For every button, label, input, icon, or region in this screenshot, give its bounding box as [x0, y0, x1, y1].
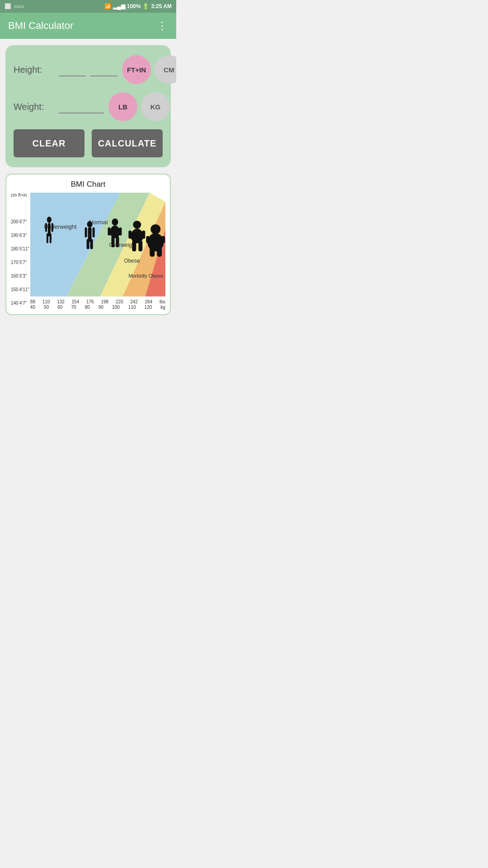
y-200: 2006'7": [11, 219, 29, 224]
x-264: 264: [145, 299, 153, 304]
bmi-chart-svg: Underweight Normal Overweight Obese Morb…: [30, 193, 165, 297]
wifi-icon: 📶: [104, 3, 111, 9]
weight-unit-kg-button[interactable]: KG: [141, 92, 170, 121]
weight-unit-buttons: LB KG: [108, 92, 170, 121]
height-input-ft[interactable]: [59, 63, 86, 76]
x-80: 80: [85, 305, 90, 310]
status-right: 📶 ▂▄▆ 100% 🔋 3:25 AM: [104, 3, 172, 9]
weight-inputs: [59, 100, 104, 113]
svg-rect-10: [85, 227, 87, 237]
x-90: 90: [99, 305, 103, 310]
svg-rect-4: [45, 223, 47, 232]
x-110: 110: [128, 305, 136, 310]
chart-title: BMI Chart: [11, 180, 165, 189]
svg-rect-20: [132, 241, 136, 251]
chart-body: cm ft+in 2006'7" 1906'3" 1805'11" 1705'7…: [11, 193, 165, 310]
x-100: 100: [112, 305, 120, 310]
x-70: 70: [71, 305, 76, 310]
ftin-label: ft+in: [18, 193, 27, 198]
morbidly-obese-label: Morbidly Obese: [128, 273, 163, 278]
svg-point-12: [112, 218, 118, 226]
x-50: 50: [44, 305, 49, 310]
x-88: 88: [30, 299, 35, 304]
svg-rect-29: [161, 236, 165, 243]
svg-rect-28: [146, 236, 150, 243]
time-display: 3:25 AM: [151, 3, 172, 9]
status-bar: ⬜ ▭▭ 📶 ▂▄▆ 100% 🔋 3:25 AM: [0, 0, 176, 13]
svg-rect-5: [52, 223, 53, 232]
svg-rect-9: [90, 239, 93, 249]
height-label: Height:: [14, 65, 54, 75]
battery-icon: 🔋: [142, 3, 149, 9]
height-inputs: [59, 63, 117, 76]
obese-label: Obese: [124, 258, 140, 264]
calculate-button[interactable]: CALCULATE: [92, 129, 163, 157]
y-150: 1504'11": [11, 287, 29, 292]
clear-button[interactable]: CLEAR: [14, 129, 84, 157]
x-lbs-unit: lbs: [160, 299, 165, 304]
svg-rect-23: [142, 231, 145, 239]
svg-rect-27: [157, 247, 162, 257]
svg-point-0: [47, 217, 52, 223]
svg-point-18: [133, 221, 141, 229]
svg-rect-16: [108, 227, 110, 236]
weight-unit-lb-button[interactable]: LB: [108, 92, 137, 121]
action-buttons: CLEAR CALCULATE: [14, 129, 163, 157]
svg-point-6: [87, 221, 92, 227]
weight-label: Weight:: [14, 102, 54, 112]
svg-rect-26: [150, 247, 155, 257]
x-176: 176: [86, 299, 94, 304]
y-axis: cm ft+in 2006'7" 1906'3" 1805'11" 1705'7…: [11, 193, 30, 310]
x-40: 40: [30, 305, 35, 310]
gallery-icon: ⬜: [5, 3, 11, 9]
signal-icon: ▂▄▆: [113, 3, 125, 9]
svg-rect-2: [47, 233, 48, 243]
svg-rect-8: [86, 239, 89, 249]
x-220: 220: [116, 299, 123, 304]
status-left: ⬜ ▭▭: [5, 3, 24, 9]
x-242: 242: [130, 299, 138, 304]
x-154: 154: [72, 299, 80, 304]
x-60: 60: [57, 305, 62, 310]
x-axis-kg: 40 50 60 70 80 90 100 110 120 kg: [30, 305, 165, 310]
svg-rect-22: [128, 231, 131, 239]
cm-label: cm: [11, 193, 17, 198]
height-unit-ftin-button[interactable]: FT+IN: [122, 55, 151, 84]
y-160: 1605'3": [11, 274, 29, 278]
svg-rect-14: [111, 236, 114, 247]
app-bar: BMI Calculator ⋮: [0, 13, 176, 39]
x-axis-lbs: 88 110 132 154 176 198 220 242 264 lbs: [30, 299, 165, 304]
main-content: Height: FT+IN CM Weight: LB KG CLEAR: [0, 39, 176, 321]
y-170: 1705'7": [11, 260, 29, 265]
y-140: 1404'7": [11, 301, 29, 306]
x-198: 198: [101, 299, 108, 304]
svg-point-13: [110, 226, 120, 238]
svg-rect-17: [119, 227, 122, 236]
app-title: BMI Calculator: [8, 20, 73, 32]
weight-row: Weight: LB KG: [14, 92, 163, 121]
weight-input[interactable]: [59, 100, 104, 113]
svg-rect-3: [50, 233, 52, 243]
bmi-chart-card: BMI Chart cm ft+in 2006'7" 1906'3" 1805'…: [5, 174, 171, 315]
height-input-in[interactable]: [90, 63, 117, 76]
media-icon: ▭▭: [14, 3, 24, 9]
svg-rect-21: [138, 241, 142, 251]
height-unit-buttons: FT+IN CM: [122, 55, 176, 84]
svg-rect-11: [92, 227, 94, 237]
svg-point-24: [150, 224, 160, 234]
input-card: Height: FT+IN CM Weight: LB KG CLEAR: [5, 45, 171, 167]
overflow-menu-icon[interactable]: ⋮: [157, 19, 168, 32]
svg-rect-15: [116, 236, 119, 247]
y-axis-values: 2006'7" 1906'3" 1805'11" 1705'7" 1605'3"…: [11, 215, 29, 310]
y-190: 1906'3": [11, 233, 29, 238]
height-row: Height: FT+IN CM: [14, 55, 163, 84]
chart-svg-container: Underweight Normal Overweight Obese Morb…: [30, 193, 165, 310]
y-180: 1805'11": [11, 246, 29, 251]
height-unit-cm-button[interactable]: CM: [155, 55, 176, 84]
x-kg-unit: kg: [160, 305, 165, 310]
x-120: 120: [145, 305, 152, 310]
x-132: 132: [57, 299, 65, 304]
x-110: 110: [42, 299, 50, 304]
battery-text: 100%: [127, 3, 141, 9]
y-axis-header: cm ft+in: [11, 193, 29, 198]
